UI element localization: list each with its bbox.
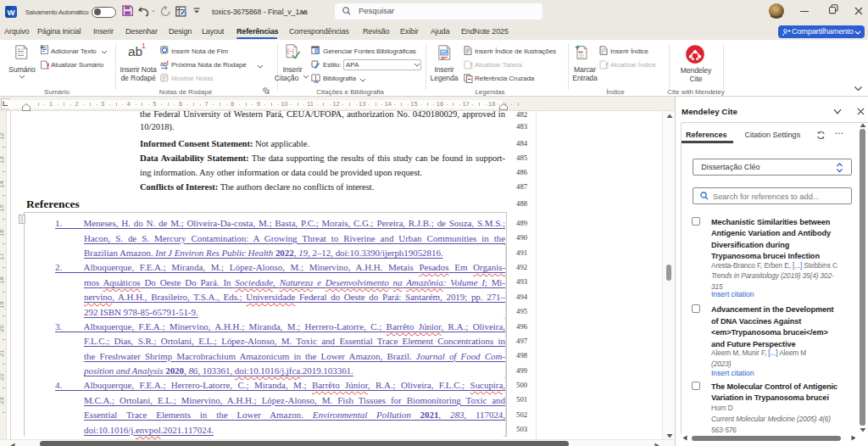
svg-text:W: W <box>7 8 15 17</box>
svg-text:(–): (–) <box>287 47 294 54</box>
